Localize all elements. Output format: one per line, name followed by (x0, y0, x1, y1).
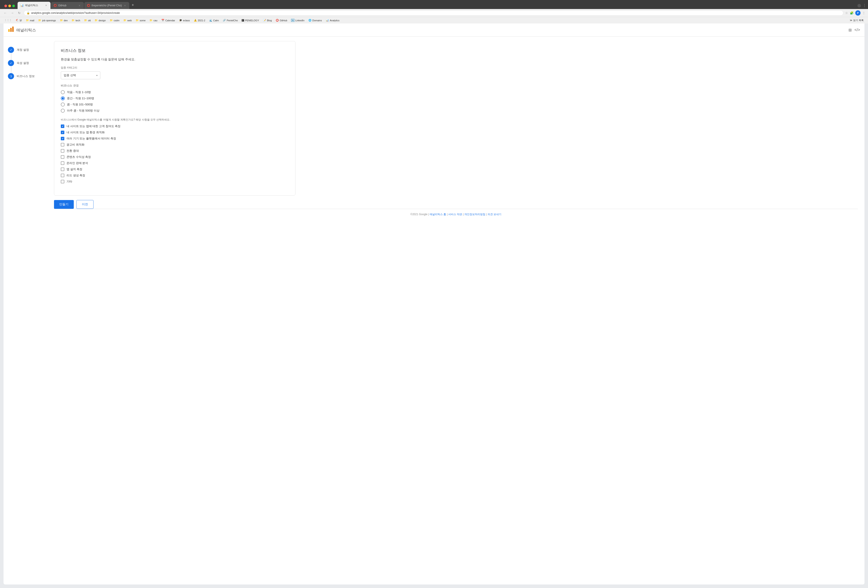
grid-view-icon[interactable]: ⊞ (849, 28, 852, 33)
bookmark-domains[interactable]: 🌐Domains (307, 18, 323, 22)
tab-github[interactable]: ⭕ GitHub ✕ (51, 2, 84, 9)
bookmark-dak[interactable]: 🐔닭 (14, 18, 24, 23)
browser-content: 애널리틱스 ⊞ </> ✓ 계정 설정 ✓ 속성 설정 (3, 24, 865, 585)
checkbox-usage-10[interactable]: 기타 (61, 180, 289, 183)
page-footer: ©2021 Google | 애널리틱스 홈 | 서비스 약관 | 개인정보처리… (54, 209, 858, 220)
checkbox-usage-5-label: 전환 증대 (66, 149, 79, 153)
bookmark-2021[interactable]: ⚠️2021-2 (192, 18, 207, 22)
business-size-title: 비즈니스 규모 (61, 84, 289, 88)
analytics-logo-icon (8, 26, 14, 34)
form-card: 비즈니스 정보 환경을 맞춤설정할 수 있도록 다음 질문에 답해 주세요. 업… (54, 41, 295, 196)
bookmark-some[interactable]: 📁some (134, 18, 147, 22)
bookmark-tech[interactable]: 📁tech (70, 18, 82, 22)
bookmark-calendar[interactable]: 📅Calendar (159, 18, 177, 22)
svg-rect-1 (10, 28, 12, 32)
radio-xlarge-label: 아주 큼 - 직원 500명 이상 (67, 109, 99, 113)
address-bar[interactable]: 🔒 analytics.google.com/analytics/web/pro… (24, 10, 843, 16)
checkbox-usage-8-label: 앱 설치 측정 (66, 167, 82, 171)
footer-copyright: ©2021 Google (410, 213, 428, 216)
bookmark-cau[interactable]: 📁cau (148, 18, 159, 22)
minimize-button[interactable] (8, 4, 11, 7)
radio-xlarge[interactable]: 아주 큼 - 직원 500명 이상 (61, 109, 289, 113)
create-button[interactable]: 만들기 (54, 200, 74, 209)
address-actions: ☆ 🧩 P ⋮ (845, 10, 865, 16)
checkbox-usage-2[interactable]: ✓ 내 사이트 또는 앱 환경 최적화 (61, 130, 289, 134)
bookmark-github[interactable]: ⭕GitHub (274, 18, 289, 22)
radio-small[interactable]: 작음 - 직원 1~10명 (61, 90, 289, 94)
steps-panel: ✓ 계정 설정 ✓ 속성 설정 3 비즈니스 정보 (3, 37, 47, 585)
close-button[interactable] (4, 4, 7, 7)
extension-icon[interactable]: 🧩 (850, 11, 853, 15)
bookmark-analytics[interactable]: 📊Analytics (324, 18, 341, 22)
tab-github-close[interactable]: ✕ (78, 4, 81, 7)
svg-rect-2 (12, 27, 13, 32)
tab-penielcho-close[interactable]: ✕ (123, 4, 127, 7)
checkbox-usage-3[interactable]: ✓ 여러 기기 또는 플랫폼에서 데이터 측정 (61, 137, 289, 140)
industry-dropdown[interactable]: 업종 선택 ▾ (61, 71, 100, 79)
app-header: 애널리틱스 ⊞ </> (3, 24, 865, 37)
settings-icon[interactable]: ⋮ (862, 11, 865, 15)
checkbox-usage-7-label: 온라인 판매 분석 (66, 161, 88, 165)
radio-medium[interactable]: 중간 - 직원 11~100명 (61, 96, 289, 100)
bookmark-star-icon[interactable]: ☆ (845, 11, 848, 15)
bookmark-apps[interactable]: ⋮⋮⋮ (3, 18, 13, 22)
reload-button[interactable]: ↻ (17, 10, 22, 16)
radio-large[interactable]: 큼 - 직원 101~500명 (61, 102, 289, 106)
tab-analytics-close[interactable]: ✕ (44, 4, 48, 7)
fullscreen-button[interactable] (12, 4, 15, 7)
tab-analytics[interactable]: 📊 애널리틱스 ✕ (18, 2, 50, 9)
bookmark-reading-list[interactable]: ≫읽기 목록 (848, 18, 865, 23)
new-tab-button[interactable]: + (130, 2, 136, 8)
forward-button[interactable]: → (10, 10, 15, 16)
form-area: 비즈니스 정보 환경을 맞춤설정할 수 있도록 다음 질문에 답해 주세요. 업… (47, 37, 865, 585)
embed-code-icon[interactable]: </> (855, 28, 860, 32)
bookmark-csdm[interactable]: 📁csdm (108, 18, 121, 22)
lock-icon: 🔒 (27, 12, 30, 15)
checkbox-usage-1[interactable]: ✓ 내 사이트 또는 앱에 대한 고객 참여도 측정 (61, 124, 289, 128)
penielcho-tab-icon: ⭕ (87, 4, 90, 7)
bookmark-mail[interactable]: 📁mail (24, 18, 36, 22)
checkbox-usage-8[interactable]: 앱 설치 측정 (61, 167, 289, 171)
back-button[interactable]: ← (3, 10, 8, 16)
step-1: ✓ 계정 설정 (8, 43, 43, 56)
checkbox-usage-4[interactable]: 광고비 최적화 (61, 143, 289, 147)
checkbox-usage-7[interactable]: 온라인 판매 분석 (61, 161, 289, 165)
bookmark-eclass[interactable]: 🎓eclass (177, 18, 192, 22)
footer-link-feedback[interactable]: 의견 보내기 (487, 213, 501, 216)
bookmark-jobs[interactable]: 📁job openings (37, 18, 58, 22)
bookmark-penielogy[interactable]: 🅿PENIELOGY (240, 18, 261, 22)
svg-rect-0 (8, 29, 10, 32)
footer-link-terms[interactable]: 서비스 약관 (448, 213, 462, 216)
bookmark-blog[interactable]: 📝Blog (261, 18, 273, 22)
bookmark-design[interactable]: 📁design (93, 18, 107, 22)
bookmark-penielcho[interactable]: 🔗PenielCho (221, 18, 240, 22)
form-card-title: 비즈니스 정보 (61, 48, 289, 53)
checkbox-usage-4-box (61, 143, 64, 146)
github-tab-icon: ⭕ (53, 4, 57, 7)
bookmarks-bar: ⋮⋮⋮ 🐔닭 📁mail 📁job openings 📁dev 📁tech 📁o… (0, 17, 868, 24)
checkbox-usage-3-box: ✓ (61, 137, 64, 140)
footer-link-analytics[interactable]: 애널리틱스 홈 (430, 213, 446, 216)
footer-link-privacy[interactable]: 개인정보처리방침 (464, 213, 486, 216)
bookmark-calm[interactable]: 🌊Calm (207, 18, 221, 22)
checkbox-usage-2-box: ✓ (61, 131, 64, 134)
bookmark-dev[interactable]: 📁dev (58, 18, 69, 22)
checkbox-usage-9-box (61, 174, 64, 177)
bookmark-web[interactable]: 📁web (122, 18, 133, 22)
tab-penielcho[interactable]: ⭕ thepenielcho (Peniel Cho) ✕ (84, 2, 129, 9)
bookmark-ott[interactable]: 📁ott (82, 18, 92, 22)
radio-large-label: 큼 - 직원 101~500명 (67, 102, 93, 106)
profile-icon[interactable] (858, 4, 861, 7)
app-logo: 애널리틱스 (8, 26, 36, 34)
checkbox-usage-5[interactable]: 전환 증대 (61, 149, 289, 153)
bookmark-linkedin[interactable]: inLinkedIn (289, 18, 306, 22)
industry-dropdown-text: 업종 선택 (63, 73, 76, 77)
back-button-form[interactable]: 이전 (77, 200, 93, 209)
radio-large-outer (61, 102, 65, 106)
checkbox-usage-6[interactable]: 콘텐츠 수익성 측정 (61, 155, 289, 159)
radio-xlarge-outer (61, 109, 65, 113)
profile-avatar[interactable]: P (855, 10, 861, 16)
tab-analytics-label: 애널리틱스 (25, 3, 43, 7)
checkbox-usage-9[interactable]: 리드 생성 측정 (61, 173, 289, 177)
menu-icon[interactable]: ⋮ (863, 3, 866, 8)
